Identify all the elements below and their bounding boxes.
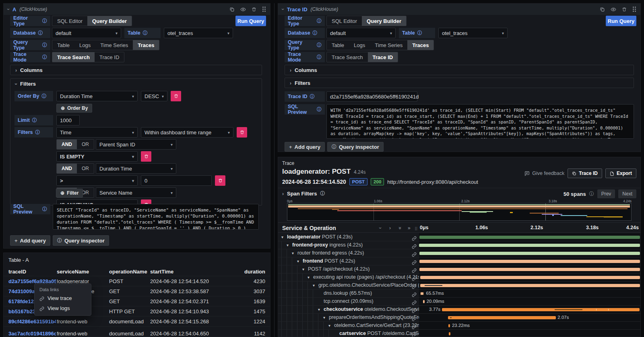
query-type-traces[interactable]: Traces xyxy=(133,40,159,50)
database-select[interactable]: default▾ xyxy=(326,28,396,38)
span-bar[interactable] xyxy=(448,316,556,319)
span-bar[interactable] xyxy=(420,284,640,287)
link-icon[interactable] xyxy=(412,323,417,329)
span-row[interactable]: ▾ router frontend egress (4.22s) xyxy=(278,249,640,257)
drag-handle-icon[interactable] xyxy=(632,6,636,12)
span-bar[interactable] xyxy=(419,260,640,263)
span-bar[interactable] xyxy=(419,236,640,239)
span-filters-toggle[interactable]: › Span Filters ⓘ xyxy=(282,190,325,197)
span-row[interactable]: ▾ executing api route (pages) /api/check… xyxy=(278,273,640,282)
add-query-button[interactable]: +Add query xyxy=(285,142,325,152)
give-feedback-link[interactable]: Give feedback xyxy=(524,171,564,176)
collapse-all-icon[interactable]: » xyxy=(398,227,402,230)
query-type-timeseries[interactable]: Time Series xyxy=(95,40,133,50)
view-logs-link[interactable]: View logs xyxy=(39,305,86,311)
trace-mode-id[interactable]: Trace ID xyxy=(95,52,124,62)
query-builder-option[interactable]: Query Builder xyxy=(362,16,406,26)
twisty-icon[interactable]: ▾ xyxy=(292,249,294,257)
link-icon[interactable] xyxy=(412,283,417,289)
twisty-icon[interactable]: ▾ xyxy=(302,265,304,273)
query-type-timeseries[interactable]: Time Series xyxy=(370,40,407,50)
info-icon[interactable]: ⓘ xyxy=(38,30,43,37)
and-option[interactable]: AND xyxy=(57,164,77,173)
span-row[interactable]: ▾ POST /api/checkout (4.22s) xyxy=(278,265,640,273)
duplicate-icon[interactable] xyxy=(600,7,605,12)
twisty-icon[interactable]: ▾ xyxy=(281,233,283,241)
expand-all-icon[interactable]: » xyxy=(408,226,411,230)
run-query-button[interactable]: Run Query xyxy=(235,16,266,26)
span-row[interactable]: ▾ frontend-proxy ingress (4.22s) xyxy=(278,241,640,249)
info-icon[interactable]: ⓘ xyxy=(317,106,322,113)
span-bar[interactable] xyxy=(419,252,640,255)
span-bar[interactable] xyxy=(448,324,450,327)
hide-response-eye-icon[interactable] xyxy=(240,7,246,12)
filter-value-select[interactable]: Within dashboard time range▾ xyxy=(141,127,233,138)
info-icon[interactable]: ⓘ xyxy=(317,18,322,25)
condition2-operator-select[interactable]: >▾ xyxy=(56,175,138,186)
sql-editor-option[interactable]: SQL Editor xyxy=(52,16,87,26)
span-row[interactable]: ▾ checkoutservice oteldemo.CheckoutServi… xyxy=(278,306,640,314)
trace-mode-search[interactable]: Trace Search xyxy=(52,52,95,62)
query-type-logs[interactable]: Logs xyxy=(74,40,95,50)
info-icon[interactable]: ⓘ xyxy=(317,42,322,49)
export-button[interactable]: Export xyxy=(605,168,636,178)
run-query-button[interactable]: Run Query xyxy=(606,16,636,26)
info-icon[interactable]: ⓘ xyxy=(42,18,47,25)
delete-query-trash-icon[interactable] xyxy=(252,7,256,12)
link-icon[interactable] xyxy=(412,307,417,313)
link-icon[interactable] xyxy=(412,259,417,265)
columns-section[interactable]: ›Columns xyxy=(285,65,634,75)
info-icon[interactable]: ⓘ xyxy=(42,54,47,61)
twisty-icon[interactable]: ▾ xyxy=(323,314,325,321)
sql-editor-option[interactable]: SQL Editor xyxy=(327,16,362,26)
order-by-field-select[interactable]: Duration Time▾ xyxy=(56,91,138,101)
condition1-operator-select[interactable]: IS EMPTY▾ xyxy=(56,151,138,162)
span-bar[interactable] xyxy=(420,276,640,279)
filter-field-select[interactable]: Time▾ xyxy=(56,127,138,138)
add-filter-button[interactable]: ⊕Filter xyxy=(56,189,83,197)
table-select[interactable]: otel_traces▾ xyxy=(164,28,233,38)
info-icon[interactable]: ⓘ xyxy=(42,93,47,100)
condition2-field-select[interactable]: Duration Time▾ xyxy=(96,163,176,174)
info-icon[interactable]: ⓘ xyxy=(317,54,322,61)
query-type-traces[interactable]: Traces xyxy=(407,40,433,50)
span-bar[interactable] xyxy=(419,268,640,271)
hide-response-eye-icon[interactable] xyxy=(611,7,616,12)
query-type-table[interactable]: Table xyxy=(327,40,349,50)
query-type-logs[interactable]: Logs xyxy=(349,40,370,50)
twisty-icon[interactable]: ▾ xyxy=(318,306,320,313)
twisty-icon[interactable]: ▾ xyxy=(297,257,299,265)
prev-button[interactable]: Prev xyxy=(597,189,615,198)
or-option[interactable]: OR xyxy=(77,164,94,173)
query-inspector-button[interactable]: ⓘQuery inspector xyxy=(53,235,109,246)
filters-section[interactable]: ›Filters xyxy=(285,78,634,88)
link-icon[interactable] xyxy=(412,299,417,305)
span-row[interactable]: ▾ loadgenerator POST (4.23s) xyxy=(278,233,640,241)
span-bar[interactable] xyxy=(442,308,640,311)
remove-condition2-button[interactable] xyxy=(215,175,225,186)
add-order-by-button[interactable]: ⊕Order By xyxy=(56,104,92,113)
col-servicename[interactable]: serviceName xyxy=(57,269,89,275)
query-builder-option[interactable]: Query Builder xyxy=(87,16,132,26)
link-icon[interactable] xyxy=(412,275,417,281)
span-bar[interactable] xyxy=(423,300,425,303)
info-icon[interactable]: ⓘ xyxy=(42,42,47,49)
info-icon[interactable]: ⓘ xyxy=(417,30,422,37)
remove-condition1-button[interactable] xyxy=(141,151,151,162)
duplicate-icon[interactable] xyxy=(229,7,235,12)
drag-handle-icon[interactable] xyxy=(262,6,266,12)
span-row[interactable]: cartservice POST /oteldemo.CartService/G… xyxy=(278,330,640,337)
twisty-icon[interactable]: ▾ xyxy=(313,282,315,289)
database-select[interactable]: default▾ xyxy=(52,28,121,38)
trace-id-link[interactable]: 89cf4286e631591b4... xyxy=(8,319,56,325)
trace-mode-id[interactable]: Trace ID xyxy=(368,52,398,62)
info-icon[interactable]: ⓘ xyxy=(32,117,37,124)
col-starttime[interactable]: startTime xyxy=(150,269,173,275)
span-row[interactable]: ▾ prepareOrderItemsAndShippingQuoteFromC… xyxy=(278,314,640,322)
next-button[interactable]: Next xyxy=(618,189,636,198)
col-operationname[interactable]: operationName xyxy=(109,269,147,275)
condition2-value-input[interactable]: 0 xyxy=(141,175,212,186)
remove-order-by-button[interactable] xyxy=(171,91,181,101)
remove-filter-button[interactable] xyxy=(237,127,247,138)
span-row[interactable]: ▾ oteldemo.CartService/GetCart (23.22ms)… xyxy=(278,322,640,330)
